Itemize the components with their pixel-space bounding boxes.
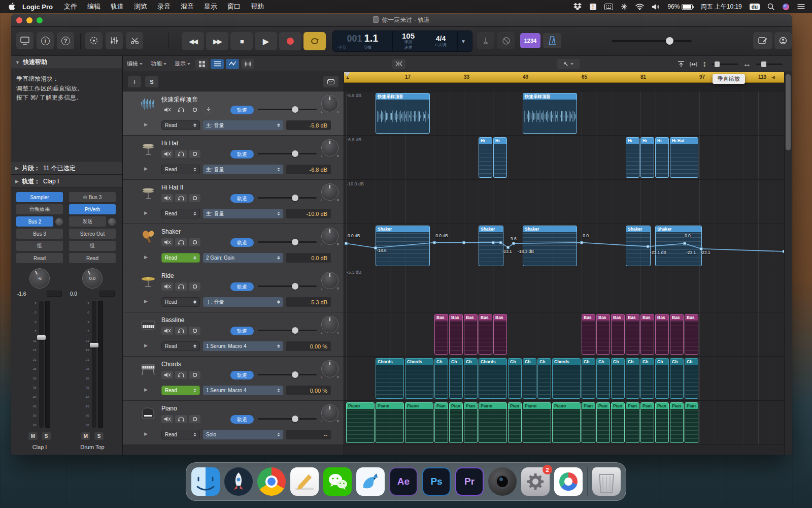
region-inspector-header[interactable]: ▶片段：11 个已选定	[11, 162, 122, 175]
automation-mode-menu[interactable]: Read	[161, 209, 200, 218]
region-Ch[interactable]: Ch	[685, 358, 698, 399]
record-enable-icon[interactable]	[189, 371, 200, 379]
region-Bas[interactable]: Bas	[449, 314, 463, 355]
spotlight-icon[interactable]	[767, 2, 774, 11]
system-preferences[interactable]: 2	[521, 467, 550, 496]
apple-menu[interactable]	[8, 2, 15, 11]
strip-solo-button[interactable]: S	[41, 432, 51, 440]
mute-icon[interactable]	[161, 106, 173, 114]
send-knob[interactable]	[108, 218, 116, 226]
disclosure-triangle[interactable]: ▶	[144, 387, 148, 392]
track-row-快速采样顶音[interactable]: 快速采样顶音轨道LR▶Read主: 音量-5.8 dB	[123, 91, 344, 136]
monitor-icon[interactable]	[175, 150, 187, 158]
wifi-icon[interactable]	[635, 2, 644, 11]
region-Shaker[interactable]: Shaker	[523, 226, 577, 266]
photoshop[interactable]: Ps	[422, 467, 451, 496]
control-center-icon[interactable]	[797, 2, 805, 11]
global-solo-button[interactable]: S	[145, 76, 158, 87]
mute-icon[interactable]	[161, 327, 173, 335]
tracks-menu-显示[interactable]: 显示	[171, 56, 194, 72]
disclosure-triangle[interactable]: ▶	[144, 210, 148, 215]
region-Ch[interactable]: Ch	[640, 358, 654, 399]
track-name[interactable]: Hi Hat II	[161, 184, 183, 191]
track-pan-knob[interactable]: LR	[321, 139, 339, 156]
fader-handle[interactable]	[90, 343, 98, 347]
automation-param-menu[interactable]: 2 Gain: Gain	[203, 253, 283, 263]
master-volume-slider[interactable]	[612, 40, 692, 42]
automation-param-menu[interactable]: 主: 音量	[203, 297, 283, 307]
region-Chords[interactable]: Chords	[479, 358, 507, 399]
region-快速采样顶音[interactable]: 快速采样顶音	[376, 93, 430, 134]
disclosure-triangle[interactable]: ▶	[144, 431, 148, 436]
forward-button[interactable]: ▶▶	[206, 32, 228, 50]
monitor-icon[interactable]	[175, 371, 187, 379]
vertical-zoom-knob[interactable]	[715, 61, 720, 67]
track-name[interactable]: Chords	[161, 361, 181, 368]
track-volume-slider[interactable]	[258, 109, 317, 110]
track-sort-button[interactable]	[323, 76, 339, 87]
automation-mode-menu[interactable]: Read	[161, 430, 200, 439]
channel-fader[interactable]: 303711152125303540455060	[16, 299, 63, 430]
track-pan-knob[interactable]: LR	[321, 228, 339, 245]
record-enable-icon[interactable]	[189, 106, 200, 114]
track-stack-button[interactable]: 轨道	[230, 327, 254, 335]
region-Shaker[interactable]: Shaker	[626, 226, 651, 266]
region-Shaker[interactable]: Shaker	[655, 226, 702, 266]
region-Chords[interactable]: Chords	[405, 358, 433, 399]
alert-status-icon[interactable]: !	[589, 2, 597, 11]
strip-mute-button[interactable]: M	[28, 432, 38, 440]
track-pan-knob[interactable]: LR	[321, 360, 339, 377]
strip-slot[interactable]: Stereo Out	[69, 229, 116, 239]
region-Pian[interactable]: Pian	[685, 402, 698, 443]
track-row-Hi Hat[interactable]: Hi Hat轨道LR▶Read主: 音量-6.8 dB	[123, 136, 344, 180]
region-Pian[interactable]: Pian	[670, 402, 684, 443]
automation-param-menu[interactable]: 主: 音量	[203, 209, 283, 218]
region-Piano[interactable]: Piano	[479, 402, 507, 443]
strip-solo-button[interactable]: S	[94, 432, 104, 440]
airdrop-icon[interactable]	[621, 2, 628, 11]
menubar-menu-窗口[interactable]: 窗口	[222, 0, 246, 13]
region-Pian[interactable]: Pian	[611, 402, 625, 443]
input-method-badge[interactable]: du	[750, 4, 760, 10]
strip-slot[interactable]: Bus 2	[16, 216, 53, 227]
track-name[interactable]: 快速采样顶音	[161, 96, 198, 104]
track-pan-knob[interactable]: LR	[321, 404, 339, 422]
playhead-marker[interactable]	[344, 72, 350, 77]
region-Bas[interactable]: Bas	[582, 314, 595, 355]
disclosure-triangle[interactable]: ▶	[144, 343, 148, 348]
siri-icon[interactable]	[782, 2, 790, 11]
automation-button[interactable]	[226, 59, 239, 69]
region-Bas[interactable]: Bas	[493, 314, 507, 355]
strip-slot[interactable]: 发送	[69, 216, 106, 227]
strip-slot[interactable]: ◎Bus 3	[69, 192, 116, 202]
strip-slot[interactable]: 音频效果	[16, 204, 63, 214]
monitor-icon[interactable]	[175, 194, 187, 202]
region-Pian[interactable]: Pian	[596, 402, 610, 443]
region-Pian[interactable]: Pian	[640, 402, 654, 443]
region-Ch[interactable]: Ch	[582, 358, 595, 399]
region-快速采样顶音[interactable]: 快速采样顶音	[523, 93, 577, 134]
bird-app[interactable]	[356, 467, 385, 496]
tuner-button[interactable]	[477, 32, 494, 49]
track-row-Hi Hat II[interactable]: Hi Hat II轨道LR▶Read主: 音量-10.0 dB	[123, 180, 344, 224]
region-Pian[interactable]: Pian	[508, 402, 522, 443]
region-Bas[interactable]: Bas	[640, 314, 654, 355]
session-player-button[interactable]	[774, 32, 792, 49]
strip-slot[interactable]: 组	[69, 241, 116, 251]
battery-indicator[interactable]: 96%	[667, 3, 693, 10]
strip-slot[interactable]: PtVerb	[69, 204, 116, 214]
strip-pan-knob[interactable]: 0.0	[82, 268, 103, 289]
record-enable-icon[interactable]	[189, 327, 200, 335]
region-Pian[interactable]: Pian	[449, 402, 463, 443]
region-Hi[interactable]: Hi	[655, 137, 669, 178]
rewind-button[interactable]: ◀◀	[182, 32, 204, 50]
track-row-Ride[interactable]: Ride轨道LR▶Read主: 音量-5.3 dB	[123, 268, 344, 312]
strip-slot[interactable]: Read	[16, 253, 63, 263]
chrome[interactable]	[257, 467, 286, 496]
mute-icon[interactable]	[161, 194, 173, 202]
region-Bas[interactable]: Bas	[479, 314, 492, 355]
notes-app[interactable]	[290, 467, 319, 496]
menubar-menu-轨道[interactable]: 轨道	[106, 0, 129, 13]
track-stack-button[interactable]: 轨道	[230, 371, 254, 379]
input-monitor-icon[interactable]	[202, 106, 214, 114]
